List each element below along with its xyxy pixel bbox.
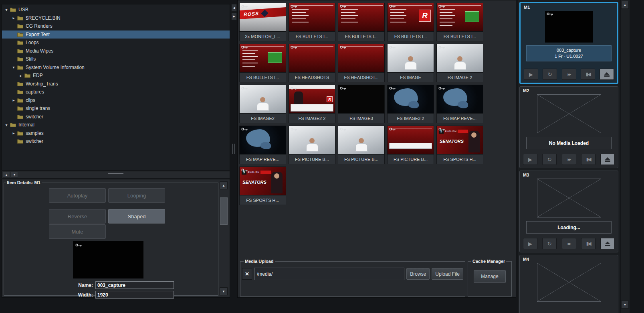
browse-button[interactable]: Browse <box>406 268 430 280</box>
name-input[interactable] <box>95 281 174 289</box>
media-item-fs-image2-2[interactable]: RFS IMAGE2 2 <box>289 85 335 123</box>
main-scrollbar[interactable]: ▲ ▼ <box>621 0 630 313</box>
chevron-right-icon[interactable]: ▸ <box>11 98 16 102</box>
tree-item-usb[interactable]: ▾USB <box>2 6 230 14</box>
details-scrollbar[interactable]: ▲ ▼ <box>219 181 228 296</box>
expand-right-button[interactable]: ▶ <box>231 12 237 20</box>
media-item-fs-image2[interactable]: FS IMAGE2 <box>239 85 286 123</box>
chevron-right-icon[interactable]: ▸ <box>11 131 16 135</box>
tree-item-label: EDP <box>32 73 43 78</box>
media-item-fs-image3[interactable]: FS IMAGE3 <box>338 85 385 123</box>
loop-button[interactable]: ↻ <box>542 238 557 249</box>
media-item-fs-image3-2[interactable]: FS IMAGE3 2 <box>387 85 434 123</box>
tree-item-switcher[interactable]: switcher <box>2 137 230 146</box>
eject-button[interactable] <box>600 69 614 80</box>
skip-to-start-button[interactable]: ▮◀ <box>581 238 596 249</box>
media-item-fs-picture-b[interactable]: FS PICTURE B... <box>338 126 385 164</box>
tree-item-system-volume-information[interactable]: ▾System Volume Information <box>2 63 230 72</box>
tree-item-loops[interactable]: Loops <box>2 39 230 47</box>
step-forward-button[interactable]: ▸▸ <box>562 154 576 165</box>
play-button[interactable]: ▶ <box>524 69 538 80</box>
media-item-fs-bullets-i[interactable]: RFS BULLETS I... <box>387 3 434 41</box>
skip-to-start-button[interactable]: ▮◀ <box>581 154 596 165</box>
loop-icon: ↻ <box>547 241 552 247</box>
vertical-splitter[interactable]: ◀ ▶ <box>231 0 237 313</box>
player-slot-m4[interactable]: M4▶↻▸▸▮◀ <box>519 255 618 313</box>
horizontal-splitter-handle[interactable] <box>108 173 123 176</box>
tree-item-samples[interactable]: ▸samples <box>2 129 230 138</box>
media-item-fs-bullets-i[interactable]: FS BULLETS I... <box>239 44 286 82</box>
media-item-fs-sports-h[interactable]: 5ENGLISHSENATORSFS SPORTS H... <box>239 167 286 205</box>
details-scroll-down-button[interactable]: ▼ <box>220 287 228 295</box>
media-item-fs-bullets-i[interactable]: FS BULLETS I... <box>338 3 385 41</box>
chevron-down-icon[interactable]: ▾ <box>4 8 9 12</box>
media-item-fs-image[interactable]: FS IMAGE <box>387 44 434 82</box>
tree-scroll-up-button[interactable]: ▲ <box>3 172 10 177</box>
media-item-3x-monitor-l[interactable]: ROSS3x MONITOR_L... <box>239 3 286 41</box>
media-thumbnail: ROSS <box>239 3 286 32</box>
looping-toggle-button[interactable]: Looping <box>108 188 165 203</box>
step-forward-button[interactable]: ▸▸ <box>562 69 576 80</box>
details-scroll-up-button[interactable]: ▲ <box>220 181 228 189</box>
cache-manager-panel: Cache Manager Manage <box>468 259 512 297</box>
main-scroll-down-button[interactable]: ▼ <box>621 301 629 309</box>
tree-item-recycle-bin[interactable]: ▸$RECYCLE.BIN <box>2 14 230 22</box>
tree-item-media-wipes[interactable]: Media Wipes <box>2 47 230 55</box>
skip-to-start-button[interactable]: ▮◀ <box>581 69 595 80</box>
play-button[interactable]: ▶ <box>523 154 537 165</box>
loop-button[interactable]: ↻ <box>543 69 557 80</box>
tree-item-edp[interactable]: ▸EDP <box>2 71 230 80</box>
vertical-splitter-handle[interactable] <box>232 144 235 154</box>
tree-item-clips[interactable]: ▸clips <box>2 96 230 105</box>
player-slot-m3[interactable]: M3Loading...▶↻▸▸▮◀ <box>519 171 618 252</box>
media-item-fs-image-2[interactable]: FS IMAGE 2 <box>436 44 483 82</box>
collapse-left-button[interactable]: ◀ <box>231 4 237 12</box>
tree-item-label: samples <box>25 130 44 136</box>
tree-item-worship-trans[interactable]: Worship_Trans <box>2 80 230 88</box>
clear-path-button[interactable]: × <box>242 268 252 280</box>
step-forward-button[interactable]: ▸▸ <box>562 238 576 249</box>
media-item-fs-bullets-i[interactable]: FS BULLETS I... <box>289 3 335 41</box>
chevron-right-icon[interactable]: ▸ <box>11 16 16 20</box>
media-item-fs-map-reve[interactable]: FS MAP REVE... <box>239 126 286 164</box>
player-slot-m2[interactable]: M2No Media Loaded▶↻▸▸▮◀ <box>519 86 618 168</box>
reverse-toggle-button[interactable]: Reverse <box>49 209 106 224</box>
chevron-right-icon[interactable]: ▸ <box>18 73 24 78</box>
upload-file-button[interactable]: Upload File <box>432 268 463 280</box>
details-scrollbar-thumb[interactable] <box>220 197 228 225</box>
media-item-fs-picture-b[interactable]: FS PICTURE B... <box>387 126 434 164</box>
key-icon <box>547 12 553 16</box>
player-slot-m1[interactable]: M1003_capture1 Fr - U1.0027▶↻▸▸▮◀ <box>519 2 618 84</box>
eject-button[interactable] <box>600 154 615 165</box>
tree-item-captures[interactable]: captures <box>2 88 230 96</box>
tree-scroll-down-button[interactable]: ▼ <box>11 172 18 177</box>
tree-item-single-trans[interactable]: single trans <box>2 104 230 113</box>
skip-to-start-icon: ▮◀ <box>586 241 590 246</box>
shaped-toggle-button[interactable]: Shaped <box>108 209 165 224</box>
presenter-silhouette <box>257 97 269 111</box>
eject-button[interactable] <box>600 238 615 249</box>
media-item-fs-sports-h[interactable]: 5ENGLISHSENATORSFS SPORTS H... <box>436 126 483 164</box>
mute-toggle-button[interactable]: Mute <box>49 224 106 239</box>
media-item-fs-bullets-i[interactable]: FS BULLETS I... <box>436 3 483 41</box>
chevron-down-icon[interactable]: ▾ <box>11 65 16 69</box>
tree-item-cg-renders[interactable]: CG Renders <box>2 22 230 30</box>
presenter-silhouette <box>468 131 480 152</box>
tree-item-export-test[interactable]: Export Test <box>2 30 230 39</box>
width-input[interactable] <box>95 291 174 299</box>
chevron-down-icon[interactable]: ▾ <box>4 123 9 127</box>
tree-item-switcher[interactable]: switcher <box>2 113 230 121</box>
manage-button[interactable]: Manage <box>474 270 506 283</box>
media-item-fs-headshots[interactable]: FS HEADSHOTS <box>289 44 335 82</box>
key-icon <box>438 127 445 131</box>
tree-item-internal[interactable]: ▾Internal <box>2 121 230 129</box>
tree-item-stills[interactable]: Stills <box>2 55 230 63</box>
media-item-fs-map-reve[interactable]: FS MAP REVE... <box>436 85 483 123</box>
loop-button[interactable]: ↻ <box>542 154 557 165</box>
autoplay-toggle-button[interactable]: Autoplay <box>49 188 106 203</box>
play-button[interactable]: ▶ <box>523 238 537 249</box>
main-scroll-up-button[interactable]: ▲ <box>621 1 629 9</box>
media-item-fs-headshot[interactable]: FS HEADSHOT... <box>338 44 385 82</box>
media-path-input[interactable] <box>254 268 404 280</box>
media-item-fs-picture-b[interactable]: FS PICTURE B... <box>289 126 335 164</box>
